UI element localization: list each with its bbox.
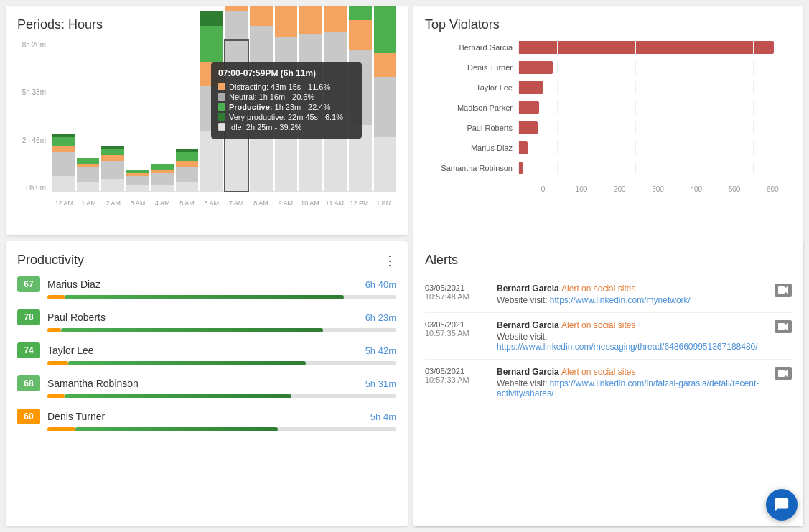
grid-line [714, 61, 752, 74]
chat-button[interactable] [766, 489, 798, 521]
x-label: 5 AM [174, 200, 199, 207]
alert-person: Bernard Garcia [497, 367, 559, 377]
alert-type: Alert on social sites [561, 367, 635, 377]
grid-line [714, 101, 752, 114]
svg-marker-5 [785, 370, 788, 377]
y-label-1: 0h 0m [26, 184, 46, 192]
bar-segment [101, 161, 124, 179]
grid-line [675, 61, 714, 74]
grid-lines [518, 141, 792, 154]
bar-segment [225, 6, 248, 11]
violators-x-label: 400 [677, 185, 715, 193]
grid-line [714, 141, 752, 154]
prod-bar-track [47, 427, 396, 431]
violators-x-label: 100 [562, 185, 600, 193]
alert-video-icon[interactable] [775, 367, 792, 380]
productivity-item: 78 Paul Roberts 6h 23m [17, 309, 396, 332]
violator-bar-fill [518, 81, 543, 94]
grid-line [675, 81, 714, 94]
chart-tooltip: 07:00-07:59PM (6h 11m) Distracting: 43m … [211, 62, 362, 139]
prod-name: Denis Turner [47, 411, 370, 422]
productivity-menu-button[interactable]: ⋮ [383, 254, 396, 267]
x-label: 1 AM [76, 200, 100, 207]
bar-segment [52, 146, 75, 151]
tooltip-dot-neutral [218, 93, 225, 101]
grid-line [635, 121, 674, 134]
prod-bar-orange [47, 295, 65, 299]
prod-bar-orange [47, 394, 65, 398]
alert-header: Bernard Garcia Alert on social sites [497, 284, 767, 294]
tooltip-row-4: Very productive: 22m 45s - 6.1% [218, 113, 355, 121]
grid-line [753, 61, 792, 74]
violator-name: Marius Diaz [425, 144, 518, 152]
bar-segment [176, 167, 199, 182]
violator-row: Taylor Lee [425, 81, 792, 94]
violators-x-label: 200 [601, 185, 639, 193]
tooltip-label-5: Idle: 2h 25m - 39.2% [229, 123, 302, 131]
violator-bar-fill [518, 41, 774, 54]
grid-lines [518, 61, 792, 74]
x-label: 6 AM [200, 200, 224, 207]
tooltip-label-1: Distracting: 43m 15s - 11.6% [229, 83, 330, 91]
prod-bar-fill [65, 394, 291, 398]
bar-segment [374, 53, 397, 77]
prod-row: 74 Taylor Lee 5h 42m [17, 342, 396, 358]
alert-item: 03/05/2021 10:57:33 AM Bernard Garcia Al… [425, 360, 792, 406]
alert-link[interactable]: https://www.linkedin.com/messaging/threa… [497, 342, 758, 352]
grid-lines [518, 162, 792, 174]
violators-x-label: 500 [715, 185, 753, 193]
chat-icon [774, 497, 790, 513]
tooltip-row-5: Idle: 2h 25m - 39.2% [218, 123, 355, 131]
tooltip-title: 07:00-07:59PM (6h 11m) [218, 68, 355, 78]
productivity-item: 74 Taylor Lee 5h 42m [17, 342, 396, 365]
grid-line [597, 101, 635, 114]
alert-date: 03/05/2021 [425, 320, 490, 329]
bar-segment [374, 77, 397, 137]
violator-name: Paul Roberts [425, 123, 518, 132]
violators-x-label: 300 [639, 185, 677, 193]
prod-time: 6h 23m [365, 312, 396, 323]
grid-line [753, 121, 792, 134]
violator-row: Bernard Garcia [425, 41, 792, 54]
bar-segment [151, 164, 174, 169]
violator-bar-fill [518, 162, 523, 174]
productivity-item: 68 Samantha Robinson 5h 31m [17, 375, 396, 398]
prod-bar-track [47, 295, 396, 299]
tooltip-row-3: Productive: 1h 23m - 22.4% [218, 103, 355, 111]
bar-segment [176, 161, 199, 167]
violator-bar-container [518, 41, 792, 54]
violator-bar-fill [518, 141, 528, 154]
grid-line [753, 141, 792, 154]
violator-name: Samantha Robinson [425, 164, 518, 172]
violator-bar-container [518, 61, 792, 74]
grid-lines [518, 101, 792, 114]
bar-group [52, 41, 75, 191]
alert-link[interactable]: https://www.linkedin.com/in/faizal-garas… [497, 378, 759, 398]
alert-link[interactable]: https://www.linkedin.com/mynetwork/ [550, 295, 691, 305]
bar-segment [101, 179, 124, 191]
productivity-header: Productivity ⋮ [17, 253, 396, 268]
violator-row: Paul Roberts [425, 121, 792, 134]
prod-row: 68 Samantha Robinson 5h 31m [17, 375, 396, 391]
grid-line [635, 162, 674, 174]
violators-title: Top Violators [425, 17, 792, 32]
bar-segment [200, 131, 223, 191]
x-label: 12 AM [52, 200, 76, 207]
bar-group [101, 41, 124, 191]
productivity-list: 67 Marius Diaz 6h 40m 78 Paul Roberts 6h… [17, 276, 396, 431]
y-label-2: 2h 46m [22, 136, 46, 144]
bar-segment [374, 137, 397, 191]
alert-video-icon[interactable] [775, 284, 792, 297]
violator-bar-container [518, 141, 792, 154]
prod-score: 60 [17, 409, 40, 424]
x-label: 8 AM [248, 200, 273, 207]
bar-segment [250, 6, 273, 26]
productivity-item: 60 Denis Turner 5h 4m [17, 409, 396, 431]
prod-row: 78 Paul Roberts 6h 23m [17, 309, 396, 325]
tooltip-dot-idle [218, 123, 225, 131]
x-label: 7 AM [224, 200, 248, 207]
alert-video-icon[interactable] [775, 320, 792, 333]
bar-segment [52, 137, 75, 146]
bar-segment [77, 158, 100, 164]
bar-group [126, 41, 149, 191]
